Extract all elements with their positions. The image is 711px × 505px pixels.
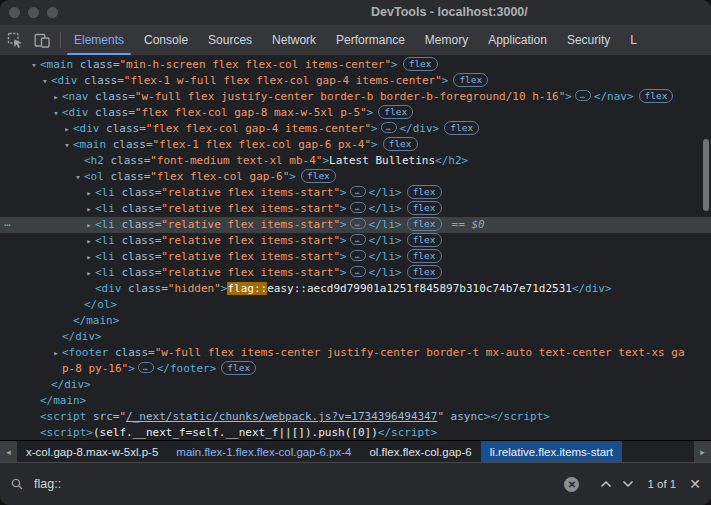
breadcrumb-item[interactable]: x-col.gap-8.max-w-5xl.p-5 xyxy=(17,441,167,462)
expand-arrow-icon[interactable]: ▸ xyxy=(84,185,94,201)
dom-token-tag: <nav xyxy=(62,90,89,103)
expand-arrow-icon[interactable]: ▸ xyxy=(51,89,61,105)
title-bar: DevTools - localhost:3000/ xyxy=(0,0,711,25)
dom-token-attr: async xyxy=(444,410,484,423)
inspect-element-icon[interactable] xyxy=(5,30,25,50)
row-menu-dots-icon[interactable]: … xyxy=(4,215,12,231)
inline-expand-button[interactable]: … xyxy=(350,202,366,213)
dom-tree-row[interactable]: ▾<main class="min-h-screen flex flex-col… xyxy=(0,57,711,73)
close-search-icon[interactable]: ✕ xyxy=(689,477,701,491)
flex-badge[interactable]: flex xyxy=(221,361,256,375)
tab-sources[interactable]: Sources xyxy=(198,25,262,55)
dom-tree-row[interactable]: ▸<li class="relative flex items-start">…… xyxy=(0,233,711,249)
expand-arrow-icon[interactable]: ▸ xyxy=(62,121,72,137)
dom-tree-row[interactable]: ▸<li class="relative flex items-start">…… xyxy=(0,249,711,265)
next-match-button[interactable] xyxy=(617,475,639,493)
dom-tree-row[interactable]: <script src="/_next/static/chunks/webpac… xyxy=(0,409,711,425)
vertical-scrollbar[interactable] xyxy=(703,139,709,211)
flex-badge[interactable]: flex xyxy=(407,233,442,247)
dom-tree-row[interactable]: </div> xyxy=(0,377,711,393)
dom-tree-row[interactable]: ▾<main class="flex-1 flex flex-col gap-6… xyxy=(0,137,711,153)
clear-search-icon[interactable]: ✕ xyxy=(564,477,579,492)
breadcrumb-item[interactable]: li.relative.flex.items-start xyxy=(481,441,622,462)
inline-expand-button[interactable]: … xyxy=(350,186,366,197)
dom-tree-row[interactable]: ▾<div class="flex flex-col gap-8 max-w-5… xyxy=(0,105,711,121)
expand-arrow-icon[interactable]: ▸ xyxy=(84,217,94,233)
dom-tree-row[interactable]: ▾<ol class="flex flex-col gap-6">flex xyxy=(0,169,711,185)
expand-arrow-icon[interactable]: ▸ xyxy=(84,249,94,265)
dom-tree-row[interactable]: <div class="hidden">flag::easy::aecd9d79… xyxy=(0,281,711,297)
dom-token-tag: > xyxy=(565,90,572,103)
dom-token-tag: <li xyxy=(95,202,115,215)
expand-arrow-icon[interactable]: ▸ xyxy=(84,233,94,249)
inline-expand-button[interactable]: … xyxy=(350,234,366,245)
dom-token-link[interactable]: /_next/static/chunks/webpack.js?v=173439… xyxy=(126,410,437,423)
flex-badge[interactable]: flex xyxy=(383,137,418,151)
dom-tree-row[interactable]: ▾<div class="flex-1 w-full flex flex-col… xyxy=(0,73,711,89)
dom-tree-row[interactable]: <script>(self.__next_f=self.__next_f||[]… xyxy=(0,425,711,440)
flex-badge[interactable]: flex xyxy=(407,185,442,199)
dom-tree-row[interactable]: ▸<div class="flex flex-col gap-4 items-c… xyxy=(0,121,711,137)
flex-badge[interactable]: flex xyxy=(407,217,442,231)
flex-badge[interactable]: flex xyxy=(407,249,442,263)
expand-arrow-icon[interactable]: ▸ xyxy=(84,265,94,281)
tab-memory[interactable]: Memory xyxy=(415,25,478,55)
tab-network[interactable]: Network xyxy=(262,25,326,55)
tab-application[interactable]: Application xyxy=(478,25,557,55)
dom-tree-row[interactable]: …▸<li class="relative flex items-start">… xyxy=(0,217,711,233)
flex-badge[interactable]: flex xyxy=(453,73,488,87)
inline-expand-button[interactable]: … xyxy=(575,90,591,101)
flex-badge[interactable]: flex xyxy=(403,57,438,71)
dom-token-tag: > xyxy=(340,202,347,215)
inline-expand-button[interactable]: … xyxy=(381,122,397,133)
previous-match-button[interactable] xyxy=(595,475,617,493)
collapse-arrow-icon[interactable]: ▾ xyxy=(62,137,72,153)
flex-badge[interactable]: flex xyxy=(301,169,336,183)
dom-token-attr: =" xyxy=(113,410,126,423)
search-input[interactable] xyxy=(32,476,564,492)
flex-badge[interactable]: flex xyxy=(639,89,674,103)
dom-token-tag: </li> xyxy=(369,266,402,279)
expand-arrow-icon[interactable]: ▸ xyxy=(84,201,94,217)
dom-tree-row[interactable]: ▸<nav class="w-full flex justify-center … xyxy=(0,89,711,105)
dom-token-tag: <li xyxy=(95,266,115,279)
flex-badge[interactable]: flex xyxy=(407,201,442,215)
inline-expand-button[interactable]: … xyxy=(350,266,366,277)
dom-tree-row[interactable]: ▸<li class="relative flex items-start">…… xyxy=(0,185,711,201)
tab-performance[interactable]: Performance xyxy=(326,25,415,55)
expand-arrow-icon[interactable]: ▸ xyxy=(51,345,61,361)
tab-l[interactable]: L xyxy=(620,25,647,55)
inline-expand-button[interactable]: … xyxy=(138,362,154,373)
dom-tree-row[interactable]: </ol> xyxy=(0,297,711,313)
tab-elements[interactable]: Elements xyxy=(64,25,134,55)
collapse-arrow-icon[interactable]: ▾ xyxy=(29,57,39,73)
dom-tree-row[interactable]: </div> xyxy=(0,329,711,345)
flex-badge[interactable]: flex xyxy=(444,121,479,135)
flex-badge[interactable]: flex xyxy=(407,265,442,279)
collapse-arrow-icon[interactable]: ▾ xyxy=(73,169,83,185)
dom-token-tag: <div xyxy=(73,122,100,135)
dom-tree-row[interactable]: ▸<li class="relative flex items-start">…… xyxy=(0,265,711,281)
dom-tree-row[interactable]: <h2 class="font-medium text-xl mb-4">Lat… xyxy=(0,153,711,169)
tab-security[interactable]: Security xyxy=(557,25,620,55)
tab-console[interactable]: Console xyxy=(134,25,198,55)
inline-expand-button[interactable]: … xyxy=(350,250,366,261)
breadcrumb-item[interactable]: ol.flex.flex-col.gap-6 xyxy=(360,441,480,462)
collapse-arrow-icon[interactable]: ▾ xyxy=(51,105,61,121)
traffic-light-close[interactable] xyxy=(9,7,20,18)
dom-tree-row[interactable]: ▸<li class="relative flex items-start">…… xyxy=(0,201,711,217)
device-toolbar-icon[interactable] xyxy=(32,30,52,50)
breadcrumb-scroll-left-button[interactable]: ◂ xyxy=(0,441,17,462)
dom-token-tag: > xyxy=(442,74,449,87)
dom-tree-row[interactable]: ▸<footer class="w-full flex items-center… xyxy=(0,345,711,377)
traffic-light-minimize[interactable] xyxy=(28,7,39,18)
dom-tree-row[interactable]: </main> xyxy=(0,313,711,329)
inline-expand-button[interactable]: … xyxy=(350,218,366,229)
traffic-light-zoom[interactable] xyxy=(47,7,58,18)
dom-tree-row[interactable]: </main> xyxy=(0,393,711,409)
breadcrumb-scroll-right-button[interactable]: ▸ xyxy=(694,441,711,462)
dom-tree-rows: ▾<main class="min-h-screen flex flex-col… xyxy=(0,57,711,440)
breadcrumb-item[interactable]: main.flex-1.flex.flex-col.gap-6.px-4 xyxy=(167,441,360,462)
collapse-arrow-icon[interactable]: ▾ xyxy=(40,73,50,89)
flex-badge[interactable]: flex xyxy=(378,105,413,119)
